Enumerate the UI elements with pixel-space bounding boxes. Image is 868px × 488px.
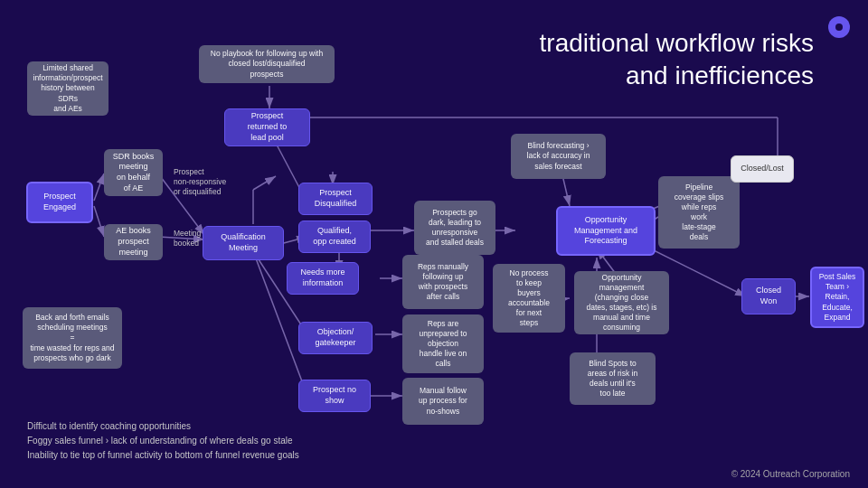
svg-line-3	[94, 174, 104, 201]
manual-followup-node: Manual follow up process for no-shows	[402, 378, 484, 425]
no-process-node: No process to keep buyers accountable fo…	[493, 264, 565, 333]
objection-node: Objection/ gatekeeper	[298, 322, 373, 354]
note-2: Foggy sales funnel › lack of understandi…	[27, 434, 299, 448]
outreach-logo	[828, 16, 850, 38]
no-playbook-node: No playbook for following up with closed…	[199, 45, 335, 83]
closed-lost-node: Closed/Lost	[731, 155, 794, 183]
qualified-opp-node: Qualified, opp created	[298, 221, 371, 253]
note-3: Inability to tie top of funnel activity …	[27, 448, 299, 463]
prospect-disqualified-node: Prospect Disqualified	[298, 183, 373, 215]
page-title: traditional workflow risks and inefficie…	[540, 27, 814, 93]
note-1: Difficult to identify coaching opportuni…	[27, 419, 299, 434]
opp-mgmt-forecasting-node: Opportunity Management and Forecasting	[556, 206, 656, 256]
prospects-dark-node: Prospects go dark, leading to unresponsi…	[414, 201, 495, 255]
prospect-returned-node: Prospect returned to lead pool	[224, 108, 310, 146]
prospect-no-show-node: Prospect no show	[298, 380, 371, 412]
post-sales-node: Post Sales Team › Retain, Educate, Expan…	[810, 267, 864, 328]
pipeline-coverage-node: Pipeline coverage slips while reps work …	[658, 176, 740, 249]
copyright-text: © 2024 Outreach Corporation	[731, 469, 850, 479]
ae-books-node: AE books prospect meeting	[104, 224, 163, 260]
prospect-engaged-node: Prospect Engaged	[26, 182, 93, 223]
blind-forecasting-node: Blind forecasting › lack of accuracy in …	[511, 134, 606, 179]
limited-shared-node: Limited shared information/prospect hist…	[27, 61, 108, 116]
back-forth-node: Back and forth emails scheduling meeting…	[23, 307, 122, 369]
title-line1: traditional workflow risks	[540, 29, 814, 57]
reps-manually-node: Reps manually following up with prospect…	[402, 255, 484, 309]
title-line2: and inefficiences	[626, 61, 814, 89]
sdr-books-node: SDR books meeting on behalf of AE	[104, 149, 163, 196]
prospect-nonresponsive-label: Prospect non-responsive or disqualified	[174, 167, 264, 197]
svg-line-4	[94, 206, 104, 237]
reps-unprepared-node: Reps are unprepared to objection handle …	[402, 314, 484, 373]
opp-mgmt-manual-node: Opportunity management (changing close d…	[574, 271, 669, 334]
blind-spots-node: Blind Spots to areas of risk in deals un…	[570, 352, 656, 405]
needs-more-node: Needs more information	[287, 262, 359, 295]
closed-won-node: Closed Won	[741, 278, 796, 314]
qualification-meeting-node: Qualification Meeting	[203, 226, 284, 260]
bottom-notes: Difficult to identify coaching opportuni…	[27, 419, 299, 463]
